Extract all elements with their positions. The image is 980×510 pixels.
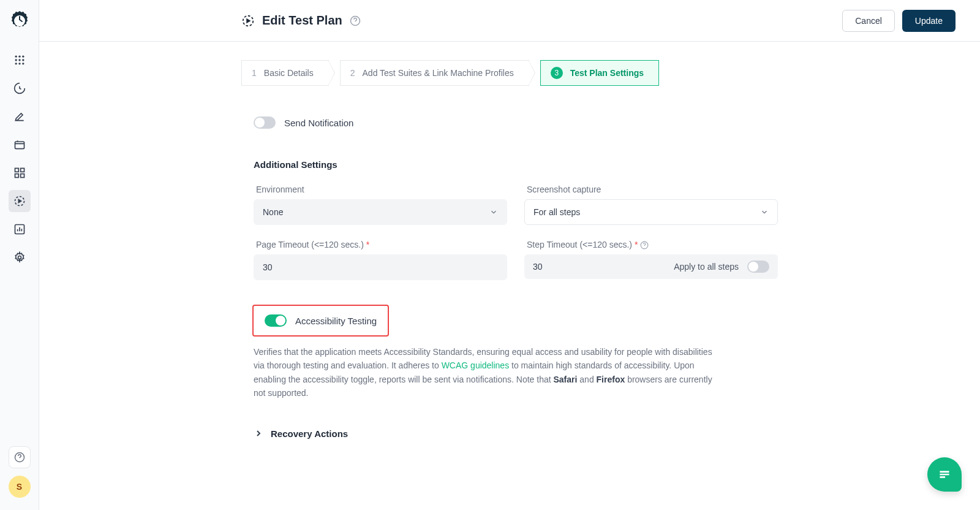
nav-settings-icon[interactable] (9, 246, 31, 268)
svg-point-7 (15, 63, 17, 64)
apply-all-label: Apply to all steps (674, 262, 739, 272)
step-basic-details[interactable]: 1Basic Details (241, 60, 329, 86)
page-timeout-field: Page Timeout (<=120 secs.) * (254, 240, 507, 280)
wizard-steps: 1Basic Details 2Add Test Suites & Link M… (241, 60, 778, 86)
environment-label: Environment (254, 185, 507, 194)
testplan-title-icon (241, 14, 255, 28)
page-timeout-input[interactable] (254, 254, 507, 280)
apply-all-toggle[interactable] (747, 261, 769, 273)
nav-folder-icon[interactable] (9, 134, 31, 156)
svg-point-6 (22, 59, 24, 61)
svg-point-3 (22, 56, 24, 58)
nav-edit-icon[interactable] (9, 105, 31, 128)
accessibility-description: Verifies that the application meets Acce… (254, 345, 719, 400)
svg-point-4 (15, 59, 17, 61)
step-timeout-label: Step Timeout (<=120 secs.) * (524, 240, 778, 249)
nav-reports-icon[interactable] (9, 218, 31, 240)
accessibility-label: Accessibility Testing (295, 316, 377, 326)
nav-dashboard-icon[interactable] (9, 77, 31, 99)
screenshot-select[interactable]: For all steps (524, 199, 778, 225)
wcag-link[interactable]: WCAG guidelines (442, 360, 510, 370)
chevron-down-icon (760, 208, 769, 216)
nav-grid-icon[interactable] (9, 162, 31, 184)
svg-point-5 (18, 59, 20, 61)
page-title: Edit Test Plan (262, 13, 342, 28)
title-help-icon[interactable] (350, 15, 361, 26)
svg-point-8 (18, 63, 20, 64)
svg-point-9 (22, 63, 24, 64)
nav-apps-icon[interactable] (9, 49, 31, 71)
screenshot-field: Screenshot capture For all steps (524, 185, 778, 225)
cancel-button[interactable]: Cancel (842, 10, 895, 32)
accessibility-toggle[interactable] (265, 314, 287, 327)
user-avatar[interactable]: S (9, 476, 31, 498)
step-timeout-input[interactable] (524, 258, 573, 275)
update-button[interactable]: Update (902, 10, 956, 32)
svg-point-1 (15, 56, 17, 58)
step-test-plan-settings[interactable]: 3Test Plan Settings (540, 60, 659, 86)
additional-settings-title: Additional Settings (254, 159, 778, 170)
svg-rect-13 (15, 174, 18, 178)
step-test-suites[interactable]: 2Add Test Suites & Link Machine Profiles (340, 60, 529, 86)
app-logo (9, 10, 31, 32)
nav-testplan-icon[interactable] (9, 190, 31, 212)
page-timeout-label: Page Timeout (<=120 secs.) * (254, 240, 507, 249)
environment-field: Environment None (254, 185, 507, 225)
svg-point-17 (18, 256, 21, 259)
step-timeout-field: Step Timeout (<=120 secs.) * Apply to al… (524, 240, 778, 280)
svg-rect-12 (20, 169, 24, 172)
svg-rect-10 (15, 142, 24, 149)
svg-rect-14 (20, 174, 24, 178)
svg-point-2 (18, 56, 20, 58)
screenshot-label: Screenshot capture (524, 185, 778, 194)
recovery-actions-accordion[interactable]: Recovery Actions (254, 425, 778, 443)
environment-select[interactable]: None (254, 199, 507, 225)
svg-rect-11 (15, 169, 18, 172)
send-notification-label: Send Notification (284, 118, 353, 128)
info-icon[interactable] (640, 241, 649, 249)
send-notification-row: Send Notification (254, 116, 778, 129)
accessibility-highlight: Accessibility Testing (252, 305, 389, 337)
recovery-actions-label: Recovery Actions (271, 428, 348, 439)
help-icon[interactable] (9, 446, 31, 468)
chat-fab[interactable] (927, 457, 962, 492)
chevron-right-icon (254, 428, 263, 438)
send-notification-toggle[interactable] (254, 116, 276, 129)
sidebar: S (0, 0, 39, 510)
page-header: Edit Test Plan Cancel Update (39, 0, 980, 42)
chevron-down-icon (489, 208, 498, 216)
